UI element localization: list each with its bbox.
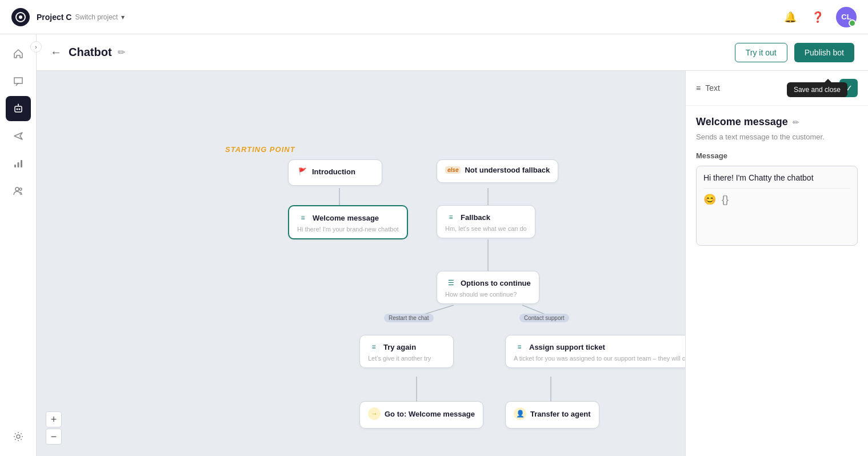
sidebar-item-chat[interactable]	[6, 69, 31, 94]
node-goto-welcome[interactable]: → Go to: Welcome message	[359, 401, 483, 429]
sidebar: ›	[0, 34, 37, 456]
svg-rect-6	[14, 165, 16, 167]
sidebar-nav	[0, 41, 36, 203]
node-fallback-desc: Hm, let's see what we can do	[445, 225, 527, 232]
agent-icon: 👤	[514, 407, 526, 420]
title-edit-button[interactable]: ✏	[118, 47, 125, 58]
svg-rect-7	[17, 162, 19, 167]
svg-rect-8	[21, 160, 22, 167]
page-title: Chatbot	[69, 46, 112, 59]
svg-point-1	[19, 15, 22, 19]
message-box-label: Message	[696, 151, 858, 160]
sidebar-item-campaigns[interactable]	[6, 123, 31, 149]
node-options-desc: How should we continue?	[445, 291, 531, 298]
node-goto-header: → Go to: Welcome message	[368, 407, 475, 420]
node-fallback-header: ≡ Fallback	[445, 211, 527, 223]
publish-bot-button[interactable]: Publish bot	[794, 43, 854, 62]
sidebar-item-bot[interactable]	[6, 96, 31, 121]
flag-icon: 🚩	[297, 166, 308, 177]
code-button[interactable]: {}	[722, 194, 729, 206]
node-introduction-header: 🚩 Introduction	[297, 166, 374, 177]
else-icon: else	[445, 166, 461, 174]
node-not-understood[interactable]: else Not understood fallback	[437, 159, 558, 183]
panel-body: Welcome message ✏ Sends a text message t…	[686, 106, 868, 456]
node-options-title: Options to continue	[461, 279, 531, 287]
panel-title: Welcome message	[696, 116, 788, 128]
project-chevron-icon: ▾	[121, 13, 125, 21]
svg-rect-2	[15, 106, 22, 112]
node-transfer-agent[interactable]: 👤 Transfer to agent	[505, 401, 599, 429]
right-panel-header: ≡ Text ✕ ✓	[686, 71, 868, 106]
text-icon-assign: ≡	[514, 341, 525, 353]
node-assign-title: Assign support ticket	[529, 343, 605, 351]
sidebar-toggle[interactable]: ›	[30, 41, 42, 53]
zoom-out-button[interactable]: −	[46, 429, 62, 445]
branch-label-contact: Contact support	[519, 314, 569, 322]
text-icon-try: ≡	[368, 341, 379, 353]
switch-project-label: Switch project	[75, 13, 118, 21]
zoom-in-button[interactable]: +	[46, 411, 62, 427]
panel-confirm-button[interactable]: ✓	[839, 79, 858, 97]
sidebar-item-home[interactable]	[6, 41, 31, 66]
branch-label-restart: Restart the chat	[384, 314, 434, 322]
panel-type-text: Text	[705, 83, 720, 93]
svg-point-4	[18, 109, 20, 110]
node-try-again[interactable]: ≡ Try again Let's give it another try	[359, 335, 454, 368]
sidebar-item-reports[interactable]	[6, 151, 31, 176]
header-actions: Try it out Publish bot	[735, 43, 854, 62]
node-welcome-header: ≡ Welcome message	[297, 212, 399, 223]
message-box[interactable]: Hi there! I'm Chatty the chatbot 😊 {}	[696, 166, 858, 246]
notifications-button[interactable]: 🔔	[781, 8, 799, 26]
node-goto-title: Go to: Welcome message	[385, 410, 475, 418]
node-try-again-header: ≡ Try again	[368, 341, 445, 353]
node-introduction-title: Introduction	[312, 167, 355, 176]
node-options[interactable]: ☰ Options to continue How should we cont…	[437, 271, 539, 304]
panel-header-actions: ✕ ✓	[819, 79, 858, 97]
node-introduction[interactable]: 🚩 Introduction	[288, 159, 382, 186]
zoom-controls: + −	[46, 411, 62, 445]
page-header: ← Chatbot ✏ Try it out Publish bot	[37, 34, 868, 71]
text-icon-welcome: ≡	[297, 212, 309, 223]
avatar[interactable]: CL	[836, 7, 857, 27]
starting-point-label: STARTING POINT	[225, 145, 295, 154]
message-text: Hi there! I'm Chatty the chatbot	[703, 173, 850, 182]
try-it-out-button[interactable]: Try it out	[735, 43, 787, 62]
svg-point-5	[18, 104, 19, 105]
right-panel: ≡ Text ✕ ✓ Welcome message ✏ Sends a tex…	[685, 71, 868, 456]
text-icon-fallback: ≡	[445, 211, 457, 223]
project-name: Project C	[37, 13, 71, 22]
panel-subtitle: Sends a text message to the customer.	[696, 133, 858, 141]
app-logo	[11, 8, 30, 26]
panel-title-edit-button[interactable]: ✏	[793, 118, 799, 127]
back-button[interactable]: ←	[50, 46, 62, 59]
project-selector[interactable]: Project C Switch project ▾	[37, 13, 125, 22]
svg-point-9	[15, 187, 19, 191]
node-welcome-message[interactable]: ≡ Welcome message Hi there! I'm your bra…	[288, 205, 408, 239]
node-transfer-header: 👤 Transfer to agent	[514, 407, 591, 420]
node-options-header: ☰ Options to continue	[445, 277, 531, 289]
sidebar-bottom	[6, 424, 31, 449]
panel-close-button[interactable]: ✕	[819, 80, 835, 96]
node-not-understood-title: Not understood fallback	[465, 166, 550, 174]
node-try-again-desc: Let's give it another try	[368, 355, 445, 362]
topbar-right: 🔔 ❓ CL	[781, 7, 857, 27]
panel-type-label: ≡ Text	[696, 83, 720, 93]
goto-icon: →	[368, 407, 381, 420]
node-fallback-title: Fallback	[461, 213, 490, 222]
svg-point-3	[16, 109, 18, 110]
svg-point-10	[19, 188, 22, 190]
help-button[interactable]: ❓	[809, 8, 827, 26]
topbar: Project C Switch project ▾ 🔔 ❓ CL	[0, 0, 868, 34]
node-try-again-title: Try again	[383, 343, 416, 351]
message-box-footer: 😊 {}	[703, 188, 850, 206]
menu-icon: ☰	[445, 277, 457, 289]
node-not-understood-header: else Not understood fallback	[445, 166, 550, 174]
sidebar-item-settings[interactable]	[6, 424, 31, 449]
node-welcome-title: Welcome message	[313, 214, 379, 222]
node-welcome-desc: Hi there! I'm your brand-new chatbot	[297, 226, 399, 233]
panel-type-icon: ≡	[696, 83, 701, 93]
sidebar-item-team[interactable]	[6, 178, 31, 203]
node-fallback[interactable]: ≡ Fallback Hm, let's see what we can do	[437, 205, 535, 238]
emoji-button[interactable]: 😊	[703, 193, 716, 206]
node-transfer-title: Transfer to agent	[530, 410, 590, 418]
